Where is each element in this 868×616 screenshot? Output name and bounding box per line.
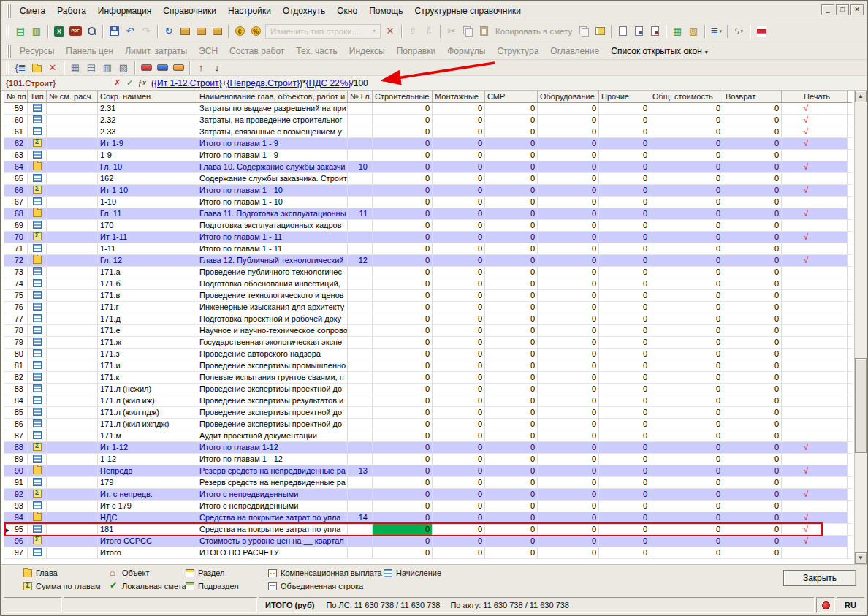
table-row[interactable]: 891-12Итого по главам 1 - 120000000 <box>4 454 848 465</box>
paste-icon[interactable] <box>476 24 492 39</box>
page-copy-icon[interactable] <box>631 24 647 39</box>
column-header-2[interactable]: № см. расч. <box>47 91 98 103</box>
tab-corrections[interactable]: Поправки <box>391 44 441 58</box>
table-row[interactable]: 64Гл. 10Глава 10. Содержание службы зака… <box>4 161 848 173</box>
column-header-5[interactable]: № Гл. <box>348 91 373 103</box>
menu-item-1[interactable]: Работа <box>51 3 92 19</box>
column-header-7[interactable]: Монтажные <box>433 91 485 103</box>
page-number-icon[interactable] <box>647 24 663 39</box>
menu-item-8[interactable]: Структурные справочники <box>408 3 527 19</box>
table-row[interactable]: 76171.гИнженерные изыскания для архитект… <box>4 302 848 313</box>
actions-icon[interactable]: ϟ▾ <box>731 24 747 39</box>
price-level-icon[interactable]: % <box>248 24 264 39</box>
table-row[interactable]: 94НДССредства на покрытие затрат по упла… <box>4 512 848 524</box>
group-up-icon[interactable]: ⇧ <box>405 24 421 39</box>
table-row[interactable]: 65162Содержание службы заказчика. Строит… <box>4 173 848 185</box>
table-row[interactable]: 84171.л (жил иж)Проведение экспертизы ре… <box>4 395 848 407</box>
euro-rate-icon[interactable]: € <box>232 24 248 39</box>
delete-icon[interactable]: ✕ <box>45 61 61 75</box>
new-folder-icon[interactable] <box>28 61 45 75</box>
save-icon[interactable] <box>106 24 122 39</box>
column-header-4[interactable]: Наименование глав, объектов, работ и <box>197 91 348 103</box>
stamp-red-icon[interactable] <box>138 61 154 75</box>
add-rows-icon[interactable]: ▥ <box>28 24 45 39</box>
table-row[interactable]: 62Ит 1-9Итого по главам 1 - 90000000√ <box>4 138 848 150</box>
column-header-3[interactable]: Сокр. наимен. <box>98 91 197 103</box>
table-row[interactable]: 73171.аПроведение публичного технологиче… <box>4 267 848 278</box>
excel-export-icon[interactable]: X <box>51 24 67 39</box>
menu-item-7[interactable]: Помощь <box>363 3 408 19</box>
view-grid-icon[interactable]: ▦ <box>67 61 83 75</box>
table-row[interactable]: 86171.л (жил ижпдж)Проведение экспертизы… <box>4 419 848 430</box>
column-header-13[interactable]: Печать <box>782 91 848 103</box>
tab-structure[interactable]: Структура <box>491 44 544 58</box>
recalc-icon[interactable]: ↻ <box>161 24 177 39</box>
close-window-button[interactable]: ✕ <box>850 4 864 15</box>
view-columns-icon[interactable]: ▥ <box>99 61 115 75</box>
formula-list-icon[interactable]: {≣ <box>12 61 28 75</box>
box-export-icon[interactable] <box>193 24 209 39</box>
column-header-6[interactable]: Строительные <box>373 91 433 103</box>
table-row[interactable]: 88Ит 1-12Итого по главам 1-120000000√ <box>4 442 848 454</box>
cancel-formula-icon[interactable]: ✗ <box>111 77 123 89</box>
move-up-icon[interactable]: ↑ <box>193 61 209 75</box>
column-header-11[interactable]: Общ. стоимость <box>650 91 723 103</box>
group-down-icon[interactable]: ⇩ <box>421 24 437 39</box>
tab-tech-part[interactable]: Тех. часть <box>290 44 343 58</box>
table-row[interactable]: 83171.л (нежил)Проведение экспертизы про… <box>4 384 848 395</box>
formula-input[interactable]: ({Ит 1-12.Строит}+{Непредв.Строит})*{НДС… <box>151 78 368 88</box>
layers-icon[interactable] <box>753 24 769 39</box>
tab-price-panel[interactable]: Панель цен <box>60 44 119 58</box>
view-rows-icon[interactable]: ▤ <box>83 61 99 75</box>
maximize-button[interactable]: □ <box>836 4 849 15</box>
table-row[interactable]: 80171.зПроведение авторского надзора0000… <box>4 349 848 360</box>
copy-icon[interactable] <box>460 24 476 39</box>
table-row[interactable]: 81171.иПроведение экспертизы промышленно… <box>4 360 848 372</box>
table-row[interactable]: ▶95181Средства на покрытие затрат по упл… <box>4 524 848 536</box>
table-row[interactable]: 97ИтогоИТОГО ПО РАСЧЕТУ0000000 <box>4 547 848 559</box>
table-row[interactable]: 85171.л (жил пдж)Проведение экспертизы п… <box>4 407 848 419</box>
column-header-9[interactable]: Оборудование <box>538 91 599 103</box>
table-row[interactable]: 82171.кПолевые испытания грунтов сваями,… <box>4 372 848 384</box>
close-button[interactable]: Закрыть <box>783 570 856 586</box>
table-row[interactable]: 612.33Затраты, связанные с возмещением у… <box>4 126 848 138</box>
column-header-8[interactable]: СМР <box>485 91 538 103</box>
view-split-icon[interactable]: ▧ <box>115 61 132 75</box>
structure-tree-icon[interactable]: ▦ <box>669 24 685 39</box>
pdf-export-icon[interactable]: PDF <box>67 24 83 39</box>
hierarchy-icon[interactable]: ▧ <box>685 24 701 39</box>
language-indicator[interactable]: RU <box>837 597 864 613</box>
menu-item-5[interactable]: Отдохнуть <box>277 3 331 19</box>
tab-limit-costs[interactable]: Лимит. затраты <box>119 44 193 58</box>
tab-formulas[interactable]: Формулы <box>441 44 491 58</box>
minimize-button[interactable]: _ <box>821 4 834 15</box>
table-row[interactable]: 79171.жГосударственная экологическая экс… <box>4 337 848 349</box>
stamp-orange-icon[interactable] <box>170 61 186 75</box>
box-open-icon[interactable] <box>209 24 225 39</box>
levels-list-icon[interactable]: ≣▾ <box>708 24 724 39</box>
table-row[interactable]: 90НепредвРезерв средств на непредвиденны… <box>4 465 848 477</box>
table-row[interactable]: 74171.бПодготовка обоснования инвестиций… <box>4 278 848 290</box>
tab-indexes[interactable]: Индексы <box>343 44 391 58</box>
accept-formula-icon[interactable]: ✓ <box>123 77 136 89</box>
table-row[interactable]: 711-11Итого по главам 1 - 110000000 <box>4 243 848 255</box>
menu-item-6[interactable]: Окно <box>331 3 363 19</box>
tab-open-windows-list[interactable]: Список открытых окон▾ <box>605 44 714 58</box>
table-row[interactable]: 78171.еНаучное и научно-техническое сопр… <box>4 325 848 337</box>
menu-item-2[interactable]: Информация <box>92 3 157 19</box>
undo-icon[interactable]: ↶ <box>122 24 138 39</box>
table-row[interactable]: 671-10Итого по главам 1 - 100000000 <box>4 197 848 208</box>
tab-resources[interactable]: Ресурсы <box>14 44 60 58</box>
insert-rows-icon[interactable]: ▤ <box>12 24 28 39</box>
column-header-12[interactable]: Возврат <box>723 91 782 103</box>
table-row[interactable]: 68Гл. 11Глава 11. Подготовка эксплуатаци… <box>4 208 848 220</box>
menu-item-3[interactable]: Справочники <box>157 3 222 19</box>
tab-toc[interactable]: Оглавление <box>544 44 605 58</box>
menu-item-4[interactable]: Настройки <box>222 3 277 19</box>
table-row[interactable]: 70Ит 1-11Итого по главам 1 - 110000000√ <box>4 232 848 243</box>
column-header-1[interactable]: Тип <box>28 91 47 103</box>
tab-works-list[interactable]: Состав работ <box>224 44 290 58</box>
table-row[interactable]: 93Ит с 179Итого с непредвиденными0000000 <box>4 501 848 512</box>
table-row[interactable]: 66Ит 1-10Итого по главам 1 - 100000000√ <box>4 185 848 197</box>
table-row[interactable]: 91179Резерв средств на непредвиденные ра… <box>4 477 848 489</box>
